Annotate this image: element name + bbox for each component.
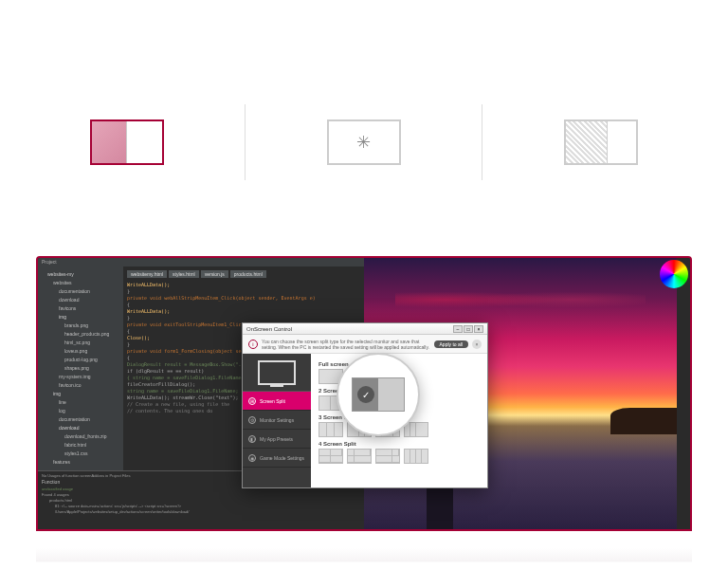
- tree-item[interactable]: download: [42, 296, 119, 304]
- spinner-icon: ✳: [356, 132, 371, 153]
- menu-game-mode[interactable]: ◉ Game Mode Settings: [243, 449, 311, 468]
- magnifier-lens: ✓: [337, 353, 420, 436]
- tree-item[interactable]: brands.png: [42, 322, 119, 330]
- tree-item[interactable]: features: [42, 458, 119, 467]
- split-half-icon: [90, 119, 164, 165]
- loading-icon: ✳: [327, 119, 401, 165]
- tree-item[interactable]: log: [42, 407, 119, 415]
- dialog-titlebar[interactable]: OnScreen Control – □ ×: [243, 323, 487, 335]
- tab-split-half[interactable]: [9, 104, 246, 180]
- info-banner: i You can choose the screen split type f…: [243, 335, 487, 354]
- dialog-sidebar: ⊞ Screen Split ⚙ Monitor Settings ◧ My A…: [243, 354, 311, 487]
- tree-item[interactable]: my-system.img: [42, 373, 119, 381]
- tree-item[interactable]: favicon.ico: [42, 381, 119, 390]
- tree-item[interactable]: product-log.png: [42, 356, 119, 364]
- color-wheel-icon[interactable]: [660, 260, 688, 288]
- tree-root[interactable]: websites-my: [42, 270, 119, 279]
- dialog-title: OnScreen Control: [246, 326, 292, 332]
- game-icon: ◉: [248, 454, 256, 462]
- info-icon: i: [248, 340, 258, 349]
- tree-item[interactable]: download_fronts.zip: [42, 432, 119, 441]
- tree-item[interactable]: loveus.png: [42, 347, 119, 356]
- selected-layout-preview: ✓: [352, 377, 405, 412]
- tab-loading[interactable]: ✳: [246, 104, 482, 180]
- tree-item[interactable]: html_sc.png: [42, 339, 119, 347]
- menu-screen-split[interactable]: ⊞ Screen Split: [243, 392, 311, 411]
- minimize-button[interactable]: –: [453, 325, 463, 333]
- layout-3-var3[interactable]: [404, 422, 428, 437]
- tree-item[interactable]: styles1.css: [42, 450, 119, 458]
- layout-4-quad[interactable]: [318, 449, 343, 464]
- layout-4-strip[interactable]: [404, 449, 428, 464]
- project-tree[interactable]: websites-my websites documentation downl…: [38, 266, 123, 470]
- layout-3-equal[interactable]: [318, 422, 343, 437]
- tree-item[interactable]: shapes.png: [42, 364, 119, 373]
- reflection: [36, 548, 692, 562]
- tree-item[interactable]: documentation: [42, 415, 119, 424]
- editor-tab[interactable]: styles.html: [169, 270, 199, 278]
- tree-item[interactable]: download: [42, 424, 119, 432]
- editor-tab[interactable]: version.js: [201, 270, 228, 278]
- gear-icon: ⚙: [248, 416, 256, 424]
- check-icon: ✓: [357, 386, 374, 403]
- tree-item[interactable]: fabric.html: [42, 441, 119, 450]
- editor-tab[interactable]: websitemy.html: [127, 270, 167, 278]
- usage-line[interactable]: /Users/Apple/Projects/websites/setup_dev…: [42, 509, 360, 515]
- menu-app-presets[interactable]: ◧ My App Presets: [243, 430, 311, 449]
- tree-item[interactable]: favicons: [42, 304, 119, 313]
- tree-item[interactable]: websites: [42, 279, 119, 287]
- editor-tabs: websitemy.html styles.html version.js pr…: [127, 270, 360, 278]
- section-four: 4 Screen Split: [318, 441, 480, 447]
- apply-all-button[interactable]: Apply to all: [434, 340, 468, 348]
- preset-icon: ◧: [248, 435, 256, 443]
- ide-titlebar: Project: [38, 258, 364, 266]
- maximize-button[interactable]: □: [464, 325, 473, 333]
- tab-split-7030[interactable]: [482, 104, 719, 180]
- split-icon: ⊞: [248, 397, 256, 405]
- monitor-icon: [243, 354, 311, 392]
- tree-item[interactable]: img: [42, 313, 119, 322]
- editor-tab[interactable]: products.html: [230, 270, 266, 278]
- layout-4-var2[interactable]: [375, 449, 400, 464]
- tree-item[interactable]: header_products.png: [42, 330, 119, 339]
- mode-tabs: ✳: [0, 104, 728, 180]
- banner-text: You can choose the screen split type for…: [262, 339, 430, 350]
- tree-item[interactable]: line: [42, 398, 119, 407]
- split-7030-icon: [564, 119, 638, 165]
- photo-right-panels[interactable]: [677, 258, 690, 529]
- tree-item[interactable]: img: [42, 390, 119, 398]
- project-label: Project: [42, 259, 57, 265]
- close-button[interactable]: ×: [474, 325, 483, 333]
- layout-4-var1[interactable]: [347, 449, 372, 464]
- menu-monitor-settings[interactable]: ⚙ Monitor Settings: [243, 411, 311, 430]
- tree-item[interactable]: documentation: [42, 287, 119, 296]
- panel-title: Function: [42, 479, 60, 485]
- banner-close-button[interactable]: ×: [472, 340, 482, 349]
